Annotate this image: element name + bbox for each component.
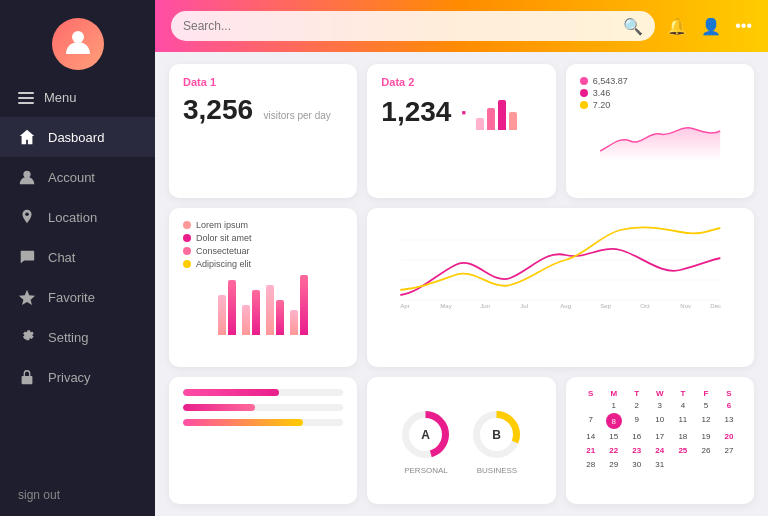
svg-text:May: May	[441, 303, 452, 309]
sidebar-item-dashboard[interactable]: Dasboard	[0, 117, 155, 157]
cal-header-s1: S	[580, 389, 602, 398]
sidebar-item-location[interactable]: Location	[0, 197, 155, 237]
cal-day-12[interactable]: 12	[695, 413, 717, 429]
bar-group-4	[290, 275, 308, 335]
bc-label-1: Lorem ipsum	[196, 220, 248, 230]
svg-text:B: B	[493, 428, 502, 442]
cal-day-20[interactable]: 20	[718, 430, 740, 443]
donut-a-label: Personal	[404, 466, 448, 475]
bar-1a	[218, 295, 226, 335]
cal-day-26[interactable]: 26	[695, 444, 717, 457]
bell-icon[interactable]: 🔔	[667, 17, 687, 36]
cal-header-t2: T	[672, 389, 694, 398]
svg-point-2	[25, 213, 29, 217]
bc-legend-2: Dolor sit amet	[183, 233, 343, 243]
cal-day-25[interactable]: 25	[672, 444, 694, 457]
legend-label-3: 7.20	[593, 100, 611, 110]
sidebar-item-chat[interactable]: Chat	[0, 237, 155, 277]
progress-fill-2	[183, 404, 255, 411]
bc-legend-4: Adipiscing elit	[183, 259, 343, 269]
svg-rect-4	[22, 376, 33, 384]
cal-day-1[interactable]: 1	[603, 399, 625, 412]
sidebar-item-favorite[interactable]: Favorite	[0, 277, 155, 317]
svg-text:Oct: Oct	[641, 303, 651, 309]
cal-day-23[interactable]: 23	[626, 444, 648, 457]
bc-legend-1: Lorem ipsum	[183, 220, 343, 230]
cal-day-17[interactable]: 17	[649, 430, 671, 443]
linechart-card: Apr May Jun Jul Aug Sep Oct Nov Dec	[367, 208, 754, 368]
cal-day-8[interactable]: 8	[606, 413, 622, 429]
bar-4b	[300, 275, 308, 335]
donut-b-chart: B	[469, 407, 524, 462]
data1-title: Data 1	[183, 76, 343, 88]
user-header-icon[interactable]: 👤	[701, 17, 721, 36]
search-bar[interactable]: 🔍	[171, 11, 655, 41]
svg-text:A: A	[422, 428, 431, 442]
cal-day-15[interactable]: 15	[603, 430, 625, 443]
location-icon	[18, 208, 36, 226]
cal-day-5[interactable]: 5	[695, 399, 717, 412]
cal-day-11[interactable]: 11	[672, 413, 694, 429]
progress-card	[169, 377, 357, 504]
cal-day-27[interactable]: 27	[718, 444, 740, 457]
data2-value: 1,234	[381, 96, 451, 128]
menu-toggle[interactable]: Menu	[0, 82, 155, 113]
cal-day-6[interactable]: 6	[718, 399, 740, 412]
search-input[interactable]	[183, 19, 623, 33]
donut-card: A Personal B Business	[367, 377, 555, 504]
svg-marker-3	[19, 290, 35, 305]
cal-day-28[interactable]: 28	[580, 458, 602, 471]
cal-day-21[interactable]: 21	[580, 444, 602, 457]
data1-card: Data 1 3,256 visitors per day	[169, 64, 357, 198]
cal-day-16[interactable]: 16	[626, 430, 648, 443]
sidebar-item-label: Privacy	[48, 370, 91, 385]
progress-fill-3	[183, 419, 303, 426]
legend-dot-1	[580, 77, 588, 85]
bc-dot-3	[183, 247, 191, 255]
cal-day-13[interactable]: 13	[718, 413, 740, 429]
cal-day-4[interactable]: 4	[672, 399, 694, 412]
legend-label-1: 6,543.87	[593, 76, 628, 86]
donut-b-wrap: B Business	[469, 407, 524, 475]
calendar-card: S M T W T F S 1 2 3 4 5 6 7 8 9 10 11	[566, 377, 754, 504]
more-icon[interactable]: •••	[735, 17, 752, 35]
barchart-card: Lorem ipsum Dolor sit amet Consectetuar …	[169, 208, 357, 368]
cal-day-10[interactable]: 10	[649, 413, 671, 429]
cal-day-24[interactable]: 24	[649, 444, 671, 457]
progress-bar-1	[183, 389, 343, 396]
cal-header-s2: S	[718, 389, 740, 398]
sidebar-item-setting[interactable]: Setting	[0, 317, 155, 357]
cal-day-22[interactable]: 22	[603, 444, 625, 457]
legend-item-2: 3.46	[580, 88, 740, 98]
cal-day-18[interactable]: 18	[672, 430, 694, 443]
dashboard-content: Data 1 3,256 visitors per day Data 2 1,2…	[155, 52, 768, 516]
bc-dot-4	[183, 260, 191, 268]
user-icon	[62, 26, 94, 62]
data1-value: 3,256	[183, 94, 253, 125]
cal-day-19[interactable]: 19	[695, 430, 717, 443]
search-icon: 🔍	[623, 17, 643, 36]
avatar	[52, 18, 104, 70]
cal-day-31[interactable]: 31	[649, 458, 671, 471]
cal-day-14[interactable]: 14	[580, 430, 602, 443]
cal-day-7[interactable]: 7	[580, 413, 602, 429]
cal-header-t1: T	[626, 389, 648, 398]
progress-bar-2	[183, 404, 343, 411]
sign-out-button[interactable]: sign out	[0, 474, 155, 516]
progress-track-2	[183, 404, 343, 411]
cal-day-9[interactable]: 9	[626, 413, 648, 429]
svg-text:Dec: Dec	[711, 303, 722, 309]
svg-text:Aug: Aug	[561, 303, 572, 309]
cal-day-empty	[580, 399, 602, 412]
sidebar: Menu Dasboard Account Location Chat Favo…	[0, 0, 155, 516]
sidebar-item-account[interactable]: Account	[0, 157, 155, 197]
cal-day-2[interactable]: 2	[626, 399, 648, 412]
legend-label-2: 3.46	[593, 88, 611, 98]
bar-3b	[276, 300, 284, 335]
donut-b-label: Business	[477, 466, 517, 475]
data1-subtitle: visitors per day	[264, 110, 331, 121]
cal-day-29[interactable]: 29	[603, 458, 625, 471]
sidebar-item-privacy[interactable]: Privacy	[0, 357, 155, 397]
cal-day-3[interactable]: 3	[649, 399, 671, 412]
cal-day-30[interactable]: 30	[626, 458, 648, 471]
